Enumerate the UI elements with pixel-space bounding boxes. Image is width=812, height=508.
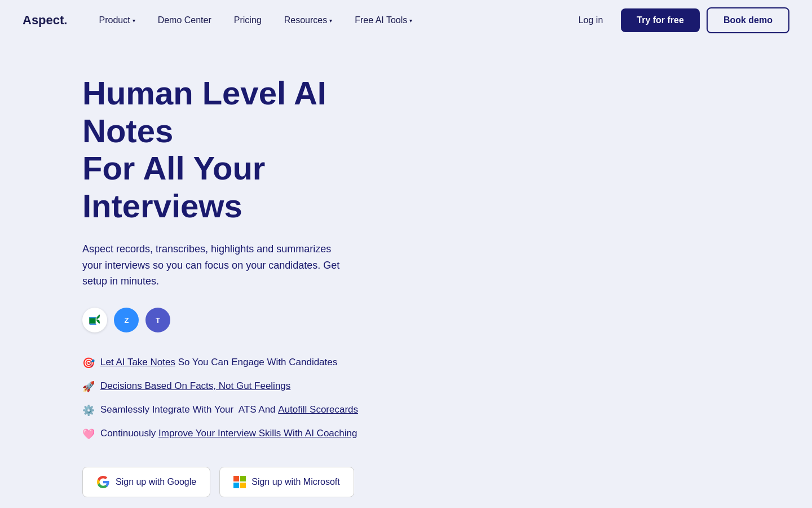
nav-free-ai-tools[interactable]: Free AI Tools ▾ bbox=[346, 11, 421, 30]
microsoft-icon bbox=[233, 476, 246, 488]
resources-dropdown-arrow: ▾ bbox=[329, 17, 332, 24]
book-demo-button[interactable]: Book demo bbox=[707, 7, 789, 33]
signup-google-button[interactable]: Sign up with Google bbox=[82, 467, 210, 497]
feature-link-decisions[interactable]: Decisions Based On Facts, Not Gut Feelin… bbox=[100, 380, 290, 391]
try-free-button[interactable]: Try for free bbox=[621, 8, 700, 32]
hero-title: Human Level AI Notes For All Your Interv… bbox=[82, 75, 421, 225]
feature-item-decisions: 🚀 Decisions Based On Facts, Not Gut Feel… bbox=[82, 379, 730, 395]
signup-buttons: Sign up with Google Sign up with Microso… bbox=[82, 467, 730, 497]
login-button[interactable]: Log in bbox=[567, 10, 615, 31]
feature-link-notes[interactable]: Let AI Take Notes bbox=[100, 357, 175, 367]
feature-link-scorecards[interactable]: Autofill Scorecards bbox=[278, 404, 358, 415]
google-icon bbox=[96, 475, 110, 489]
feature-item-ats: ⚙️ Seamlessly Integrate With Your ATS An… bbox=[82, 402, 730, 418]
feature-link-coaching[interactable]: Improve Your Interview Skills With AI Co… bbox=[158, 428, 357, 439]
zoom-icon: Z bbox=[114, 308, 139, 332]
brand-logo[interactable]: Aspect. bbox=[23, 13, 67, 28]
signup-microsoft-button[interactable]: Sign up with Microsoft bbox=[219, 467, 354, 497]
ai-tools-dropdown-arrow: ▾ bbox=[409, 17, 412, 24]
hero-section: Human Level AI Notes For All Your Interv… bbox=[0, 41, 812, 508]
nav-demo-center[interactable]: Demo Center bbox=[149, 11, 220, 30]
feature-item-notes: 🎯 Let AI Take Notes So You Can Engage Wi… bbox=[82, 355, 730, 371]
hero-subtitle: Aspect records, transcribes, highlights … bbox=[82, 241, 353, 290]
google-meet-icon bbox=[82, 308, 107, 332]
coaching-icon: 🩷 bbox=[82, 427, 95, 442]
nav-actions: Log in Try for free Book demo bbox=[567, 7, 789, 33]
ats-icon: ⚙️ bbox=[82, 403, 95, 418]
feature-item-coaching: 🩷 Continuously Improve Your Interview Sk… bbox=[82, 426, 730, 442]
nav-links: Product ▾ Demo Center Pricing Resources … bbox=[90, 11, 567, 30]
feature-list: 🎯 Let AI Take Notes So You Can Engage Wi… bbox=[82, 355, 730, 442]
nav-pricing[interactable]: Pricing bbox=[225, 11, 271, 30]
decisions-icon: 🚀 bbox=[82, 379, 95, 395]
nav-resources[interactable]: Resources ▾ bbox=[275, 11, 341, 30]
product-dropdown-arrow: ▾ bbox=[133, 17, 135, 24]
integration-icons: Z T bbox=[82, 308, 730, 332]
notes-icon: 🎯 bbox=[82, 356, 95, 371]
navbar: Aspect. Product ▾ Demo Center Pricing Re… bbox=[0, 0, 812, 41]
nav-product[interactable]: Product ▾ bbox=[90, 11, 144, 30]
teams-icon: T bbox=[145, 308, 170, 332]
